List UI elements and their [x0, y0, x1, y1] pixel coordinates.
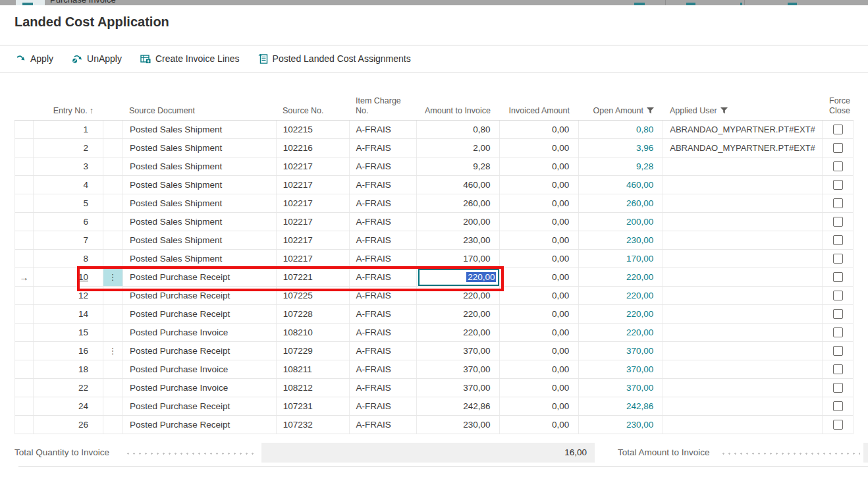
invoiced-amount-cell[interactable]: 0,00 — [500, 379, 579, 397]
item-charge-no-cell[interactable]: A-FRAIS — [350, 342, 417, 360]
source-no-cell[interactable]: 107225 — [277, 287, 350, 304]
force-close-checkbox[interactable] — [833, 198, 843, 208]
source-document-cell[interactable]: Posted Purchase Invoice — [123, 379, 277, 397]
source-no-cell[interactable]: 102216 — [277, 139, 350, 157]
force-close-checkbox[interactable] — [833, 327, 843, 337]
amount-to-invoice-cell[interactable]: 230,00 — [417, 416, 501, 434]
amount-to-invoice-cell[interactable]: 220,00 — [417, 305, 501, 323]
open-amount-cell[interactable]: 9,28 — [579, 157, 663, 175]
item-charge-no-cell[interactable]: A-FRAIS — [350, 194, 417, 212]
table-row[interactable]: 2Posted Sales Shipment102216A-FRAIS2,000… — [15, 139, 853, 157]
source-document-cell[interactable]: Posted Sales Shipment — [123, 176, 277, 194]
applied-user-cell[interactable] — [663, 194, 823, 212]
applied-user-cell[interactable] — [663, 397, 823, 415]
amount-to-invoice-cell[interactable]: 230,00 — [417, 231, 501, 249]
open-amount-cell[interactable]: 3,96 — [579, 139, 663, 157]
create-invoice-lines-button[interactable]: Create Invoice Lines — [140, 53, 240, 64]
invoiced-amount-cell[interactable]: 0,00 — [500, 324, 579, 341]
row-menu-icon[interactable]: ⋮ — [108, 272, 117, 282]
open-amount-cell[interactable]: 220,00 — [579, 268, 663, 286]
amount-to-invoice-cell[interactable]: 220,00 — [417, 287, 501, 304]
item-charge-no-cell[interactable]: A-FRAIS — [350, 416, 417, 434]
table-row[interactable]: 4Posted Sales Shipment102217A-FRAIS460,0… — [15, 176, 853, 194]
force-close-checkbox[interactable] — [833, 254, 843, 264]
item-charge-no-cell[interactable]: A-FRAIS — [350, 213, 417, 231]
force-close-checkbox[interactable] — [833, 217, 843, 227]
table-row[interactable]: 3Posted Sales Shipment102217A-FRAIS9,280… — [15, 157, 853, 176]
amount-edit-input[interactable]: 220,00 — [418, 269, 499, 286]
applied-user-cell[interactable] — [663, 157, 823, 175]
amount-to-invoice-cell[interactable]: 9,28 — [417, 157, 501, 175]
source-no-cell[interactable]: 107228 — [277, 305, 350, 323]
invoiced-amount-cell[interactable]: 0,00 — [500, 213, 579, 231]
force-close-checkbox[interactable] — [833, 180, 843, 190]
entry-no-cell[interactable]: 26 — [34, 416, 103, 434]
amount-to-invoice-cell[interactable]: 2,00 — [417, 139, 501, 157]
open-amount-cell[interactable]: 370,00 — [579, 379, 663, 397]
force-close-checkbox[interactable] — [833, 291, 843, 300]
row-menu-icon[interactable]: ⋮ — [108, 346, 117, 356]
item-charge-no-cell[interactable]: A-FRAIS — [350, 324, 417, 341]
applied-user-cell[interactable] — [663, 287, 823, 304]
entry-no-cell[interactable]: 6 — [34, 213, 103, 231]
force-close-checkbox[interactable] — [833, 161, 843, 171]
force-close-checkbox[interactable] — [833, 235, 843, 245]
applied-user-cell[interactable] — [663, 268, 823, 286]
open-amount-cell[interactable]: 220,00 — [579, 305, 663, 323]
row-menu-cell[interactable]: ⋮ — [103, 268, 123, 286]
open-amount-cell[interactable]: 230,00 — [579, 231, 663, 249]
item-charge-no-cell[interactable]: A-FRAIS — [350, 287, 417, 304]
item-charge-no-cell[interactable]: A-FRAIS — [350, 157, 417, 175]
source-no-cell[interactable]: 102217 — [277, 176, 350, 194]
source-document-cell[interactable]: Posted Purchase Receipt — [123, 305, 277, 323]
entry-no-cell[interactable]: 7 — [34, 231, 103, 249]
open-amount-cell[interactable]: 460,00 — [579, 176, 663, 194]
force-close-checkbox[interactable] — [833, 401, 843, 411]
source-no-cell[interactable]: 102215 — [277, 121, 350, 138]
invoiced-amount-cell[interactable]: 0,00 — [500, 157, 579, 175]
applied-user-cell[interactable] — [663, 360, 823, 378]
open-amount-cell[interactable]: 220,00 — [579, 287, 663, 304]
source-document-cell[interactable]: Posted Purchase Receipt — [123, 397, 277, 415]
item-charge-no-cell[interactable]: A-FRAIS — [350, 268, 417, 286]
amount-to-invoice-cell[interactable]: 242,86 — [417, 397, 501, 415]
item-charge-no-cell[interactable]: A-FRAIS — [350, 305, 417, 323]
invoiced-amount-cell[interactable]: 0,00 — [500, 176, 579, 194]
source-no-cell[interactable]: 107221 — [277, 268, 350, 286]
col-header-force-close[interactable]: Force Close — [823, 96, 853, 120]
entry-no-cell[interactable]: 10 — [34, 268, 103, 286]
source-document-cell[interactable]: Posted Purchase Receipt — [123, 342, 277, 360]
applied-user-cell[interactable] — [663, 305, 823, 323]
invoiced-amount-cell[interactable]: 0,00 — [500, 342, 579, 360]
invoiced-amount-cell[interactable]: 0,00 — [500, 231, 579, 249]
source-no-cell[interactable]: 107231 — [277, 397, 350, 415]
entry-no-cell[interactable]: 4 — [34, 176, 103, 194]
entry-no-cell[interactable]: 5 — [34, 194, 103, 212]
open-amount-cell[interactable]: 200,00 — [579, 213, 663, 231]
unapply-button[interactable]: UnApply — [72, 53, 122, 64]
source-document-cell[interactable]: Posted Purchase Receipt — [123, 416, 277, 434]
invoiced-amount-cell[interactable]: 0,00 — [500, 121, 579, 138]
source-no-cell[interactable]: 102217 — [277, 213, 350, 231]
source-no-cell[interactable]: 102217 — [277, 194, 350, 212]
entry-no-cell[interactable]: 1 — [34, 121, 103, 138]
entry-no-cell[interactable]: 22 — [34, 379, 103, 397]
invoiced-amount-cell[interactable]: 0,00 — [500, 268, 579, 286]
force-close-checkbox[interactable] — [833, 364, 843, 374]
amount-to-invoice-cell[interactable]: 260,00 — [417, 194, 501, 212]
item-charge-no-cell[interactable]: A-FRAIS — [350, 121, 417, 138]
item-charge-no-cell[interactable]: A-FRAIS — [350, 139, 417, 157]
table-row[interactable]: 6Posted Sales Shipment102217A-FRAIS200,0… — [15, 213, 853, 231]
applied-user-cell[interactable] — [663, 324, 823, 341]
item-charge-no-cell[interactable]: A-FRAIS — [350, 250, 417, 268]
table-row[interactable]: 14Posted Purchase Receipt107228A-FRAIS22… — [15, 305, 853, 324]
invoiced-amount-cell[interactable]: 0,00 — [500, 305, 579, 323]
col-header-open-amount[interactable]: Open Amount — [579, 106, 663, 120]
posted-landed-cost-assignments-button[interactable]: Posted Landed Cost Assignments — [258, 53, 411, 64]
source-no-cell[interactable]: 108212 — [277, 379, 350, 397]
source-no-cell[interactable]: 102217 — [277, 250, 350, 268]
entry-no-cell[interactable]: 18 — [34, 360, 103, 378]
source-document-cell[interactable]: Posted Sales Shipment — [123, 194, 277, 212]
applied-user-cell[interactable]: ABRANDAO_MYPARTNER.PT#EXT# — [663, 139, 823, 157]
invoiced-amount-cell[interactable]: 0,00 — [500, 194, 579, 212]
